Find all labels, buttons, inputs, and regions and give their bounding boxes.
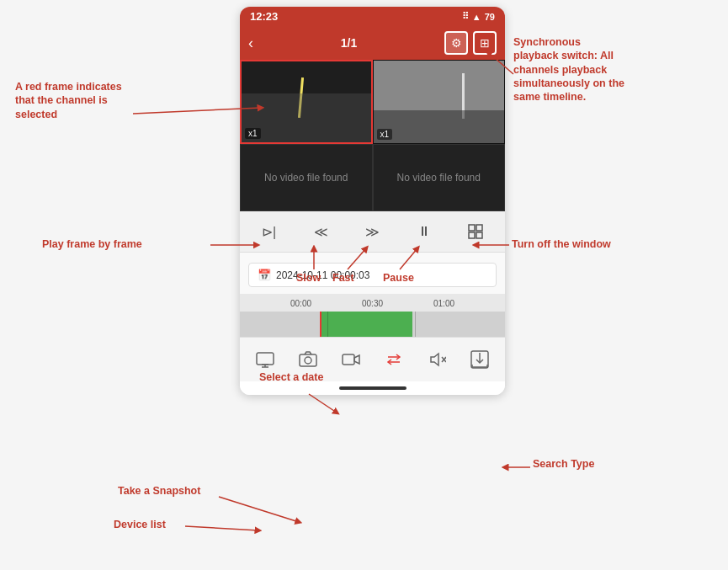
turn-off-annotation: Turn off the window [512,237,611,251]
gallery-button[interactable]: ⊞ [473,31,497,55]
slow-label: Slow [296,272,321,284]
slow-annotation: Slow [296,271,321,285]
playback-controls: ⊳| ≪ ≫ ⏸ [240,211,505,253]
date-input[interactable]: 📅 2024-10-11 00:00:03 [248,263,497,287]
svg-rect-1 [476,225,482,231]
slow-button[interactable]: ≪ [307,218,334,245]
video-cell-1[interactable]: x1 [240,60,373,144]
video-record-button[interactable] [336,344,366,375]
red-frame-annotation: A red frame indicatesthat the channel is… [15,80,122,121]
timeline-label-2: 01:00 [433,299,454,308]
svg-rect-8 [300,354,316,366]
svg-rect-2 [469,232,475,238]
back-button[interactable]: ‹ [248,35,253,52]
fast-annotation: Fast [332,271,354,285]
timeline-cursor [320,312,321,337]
video-cell-4[interactable]: No video file found [373,144,506,211]
pause-button[interactable]: ⏸ [411,218,438,245]
timeline-bar[interactable] [240,312,505,337]
mute-icon [428,351,446,368]
search-type-label: Search Type [533,458,594,470]
play-frame-annotation: Play frame by frame [42,237,142,251]
search-type-annotation: Search Type [533,457,594,471]
grid-view-button[interactable] [462,218,489,245]
date-section: 📅 2024-10-11 00:00:03 [240,253,505,294]
fast-label: Fast [332,272,354,284]
timeline-section: 00:00 00:30 01:00 [240,294,505,337]
fast-icon: ≫ [365,224,380,240]
download-button[interactable] [465,344,495,375]
wifi-icon: ▲ [472,12,481,22]
cam2-scene [374,61,505,143]
timeline-labels: 00:00 00:30 01:00 [240,297,505,310]
phone-frame: 12:23 ⠿ ▲ 79 ‹ 1/1 ⚙ ⊞ x1 x1 [240,7,505,395]
grid-layout-icon [468,224,483,239]
pause-label: Pause [383,272,414,284]
fast-button[interactable]: ≫ [359,218,385,245]
svg-rect-0 [469,225,475,231]
turn-off-label: Turn off the window [512,238,611,250]
pause-annotation: Pause [383,271,414,285]
video-cell-3[interactable]: No video file found [240,144,373,211]
no-video-text-2: No video file found [397,172,481,184]
nav-bar: ‹ 1/1 ⚙ ⊞ [240,26,505,60]
timeline-label-0: 00:00 [290,299,311,308]
settings-button[interactable]: ⚙ [444,31,468,55]
no-video-text-1: No video file found [264,172,348,184]
frame-by-frame-icon: ⊳| [262,224,276,240]
date-value: 2024-10-11 00:00:03 [276,269,369,281]
timeline-label-1: 00:30 [362,299,383,308]
timeline-tick-2 [415,312,416,337]
svg-line-20 [219,497,299,522]
snapshot-label: Take a Snapshot [118,485,200,497]
sync-playback-label: Synchronousplayback switch: Allchannels … [513,36,624,103]
timeline-active-segment [320,312,412,337]
select-date-label: Select a date [259,371,323,383]
svg-rect-4 [257,353,274,365]
video-grid: x1 x1 No video file found No video file … [240,60,505,211]
select-date-annotation: Select a date [259,370,323,384]
cam2-label: x1 [377,129,393,140]
svg-line-21 [185,526,258,530]
mute-button[interactable] [422,344,452,375]
device-list-icon [256,351,274,368]
svg-rect-3 [476,232,482,238]
gallery-icon: ⊞ [480,36,490,50]
settings-icon: ⚙ [451,36,462,50]
red-frame-label: A red frame indicatesthat the channel is… [15,81,122,120]
calendar-icon: 📅 [258,269,271,281]
timeline-tick-1 [327,312,328,337]
cam1-label: x1 [245,128,261,139]
svg-point-9 [305,357,311,364]
video-cell-2[interactable]: x1 [373,60,506,144]
frame-by-frame-button[interactable]: ⊳| [256,218,283,245]
snapshot-annotation: Take a Snapshot [118,484,200,498]
slow-icon: ≪ [314,224,328,240]
device-list-annotation: Device list [114,518,166,531]
transfer-button[interactable] [379,344,409,375]
status-bar: 12:23 ⠿ ▲ 79 [240,7,505,26]
download-icon [470,350,489,369]
svg-rect-10 [343,354,354,365]
svg-line-19 [309,394,337,413]
nav-icon-group: ⚙ ⊞ [444,31,497,55]
nav-title: 1/1 [341,36,357,50]
camera-icon [299,351,317,368]
sync-playback-annotation: Synchronousplayback switch: Allchannels … [513,35,624,104]
pause-icon: ⏸ [417,224,431,239]
battery-label: 79 [485,12,495,22]
cam1-scene [242,61,371,142]
status-icons: ⠿ ▲ 79 [462,11,495,22]
video-camera-icon [342,352,360,367]
device-list-label: Device list [114,519,166,530]
transfer-icon [385,351,403,368]
home-bar [339,386,407,390]
status-time: 12:23 [250,10,278,23]
grid-icon: ⠿ [462,11,469,22]
play-frame-label: Play frame by frame [42,238,142,250]
